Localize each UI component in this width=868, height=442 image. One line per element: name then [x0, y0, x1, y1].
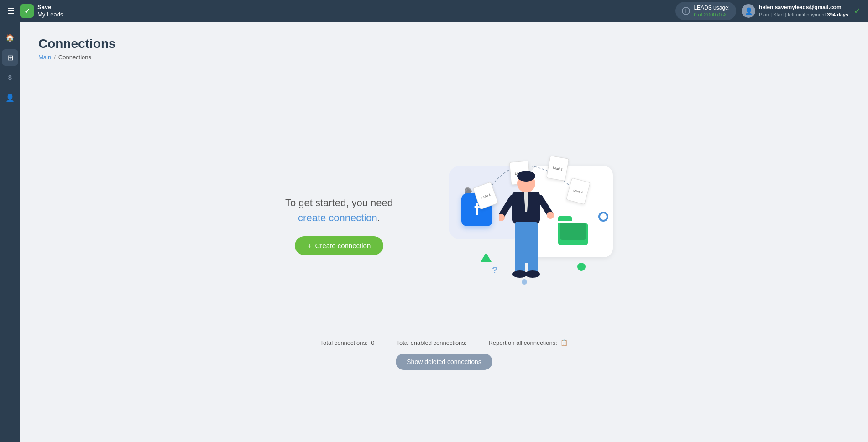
total-connections-value: 0: [371, 339, 374, 346]
logo-text: Save My Leads.: [37, 4, 65, 18]
page-title: Connections: [38, 36, 850, 51]
user-avatar: 👤: [742, 4, 755, 18]
breadcrumb-current: Connections: [58, 54, 91, 61]
user-plan: Plan | Start | left until payment 394 da…: [759, 11, 848, 18]
footer-stats: Total connections: 0 Total enabled conne…: [320, 339, 568, 370]
leads-usage-widget[interactable]: i LEADS usage: 0 of 2'000 (0%): [675, 2, 736, 20]
svg-line-8: [540, 198, 550, 214]
sidebar: 🏠 ⊞ $ 👤: [0, 22, 20, 442]
cta-section: To get started, you need create connecti…: [275, 195, 403, 255]
logo-name-line1: Save: [37, 4, 65, 11]
folder-body: [558, 223, 588, 245]
info-icon: i: [682, 7, 690, 15]
breadcrumb: Main / Connections: [38, 54, 850, 61]
app-body: 🏠 ⊞ $ 👤 Connections Main / Connections T…: [0, 22, 868, 442]
green-dot-decoration: [577, 263, 586, 271]
green-folder: [558, 216, 588, 243]
total-enabled-label: Total enabled connections:: [397, 339, 467, 346]
green-triangle-decoration: [481, 253, 492, 262]
main-content: Connections Main / Connections To get st…: [20, 22, 868, 442]
user-details: helen.savemyleads@gmail.com Plan | Start…: [759, 4, 848, 18]
breadcrumb-separator: /: [54, 54, 56, 61]
svg-point-13: [512, 270, 527, 278]
hero-section: To get started, you need create connecti…: [239, 130, 649, 321]
svg-rect-12: [528, 250, 538, 273]
content-area: To get started, you need create connecti…: [38, 72, 850, 427]
cta-link: create connection: [298, 212, 377, 224]
leads-usage-info: LEADS usage: 0 of 2'000 (0%): [694, 5, 730, 17]
svg-line-6: [501, 198, 512, 216]
sidebar-item-profile[interactable]: 👤: [2, 89, 18, 106]
leads-usage-count: 0 of 2'000 (0%): [694, 12, 730, 17]
sidebar-item-connections[interactable]: ⊞: [2, 49, 18, 66]
report-label: Report on all connections: 📋: [488, 339, 568, 346]
total-label-text: Total connections:: [320, 339, 368, 346]
logo: ✓ Save My Leads.: [20, 4, 65, 18]
user-email: helen.savemyleads@gmail.com: [759, 4, 848, 11]
plan-text: Plan | Start | left until payment: [759, 12, 826, 17]
report-icon: 📋: [560, 339, 568, 346]
blue-ring-decoration: [598, 212, 608, 222]
svg-point-3: [517, 171, 535, 182]
sidebar-item-home[interactable]: 🏠: [2, 29, 18, 46]
cta-prefix: To get started, you need: [285, 197, 393, 208]
navbar-check-icon: ✓: [854, 6, 861, 16]
plan-days: 394 days: [827, 12, 848, 17]
svg-rect-11: [515, 250, 525, 273]
navbar-right: i LEADS usage: 0 of 2'000 (0%) 👤 helen.s…: [675, 2, 861, 20]
folder-inner: [560, 223, 586, 240]
report-label-text: Report on all connections:: [488, 339, 557, 346]
create-connection-button[interactable]: + Create connection: [295, 236, 384, 255]
cta-text: To get started, you need create connecti…: [275, 195, 403, 225]
logo-name-line2: My Leads.: [37, 11, 65, 18]
question-mark-decoration: ?: [492, 265, 497, 276]
sidebar-item-billing[interactable]: $: [2, 69, 18, 86]
logo-checkmark: ✓: [24, 7, 30, 16]
leads-usage-label: LEADS usage:: [694, 5, 730, 12]
folder-tab: [558, 216, 572, 221]
navbar-left: ☰ ✓ Save My Leads.: [7, 4, 65, 18]
hamburger-menu[interactable]: ☰: [7, 6, 15, 16]
cta-suffix: .: [377, 212, 380, 224]
person-illustration: [499, 166, 554, 294]
stats-row: Total connections: 0 Total enabled conne…: [320, 339, 568, 346]
total-connections-label: Total connections: 0: [320, 339, 375, 346]
logo-icon: ✓: [20, 4, 34, 18]
show-deleted-connections-button[interactable]: Show deleted connections: [396, 354, 492, 370]
svg-point-14: [525, 270, 540, 278]
create-btn-icon: +: [308, 242, 312, 250]
create-btn-label: Create connection: [315, 242, 371, 250]
breadcrumb-main[interactable]: Main: [38, 54, 51, 61]
illustration: 📞 f: [439, 139, 613, 312]
user-info[interactable]: 👤 helen.savemyleads@gmail.com Plan | Sta…: [742, 4, 848, 18]
blue-dot-decoration: [522, 279, 527, 285]
navbar: ☰ ✓ Save My Leads. i LEADS usage: 0 of 2…: [0, 0, 868, 22]
